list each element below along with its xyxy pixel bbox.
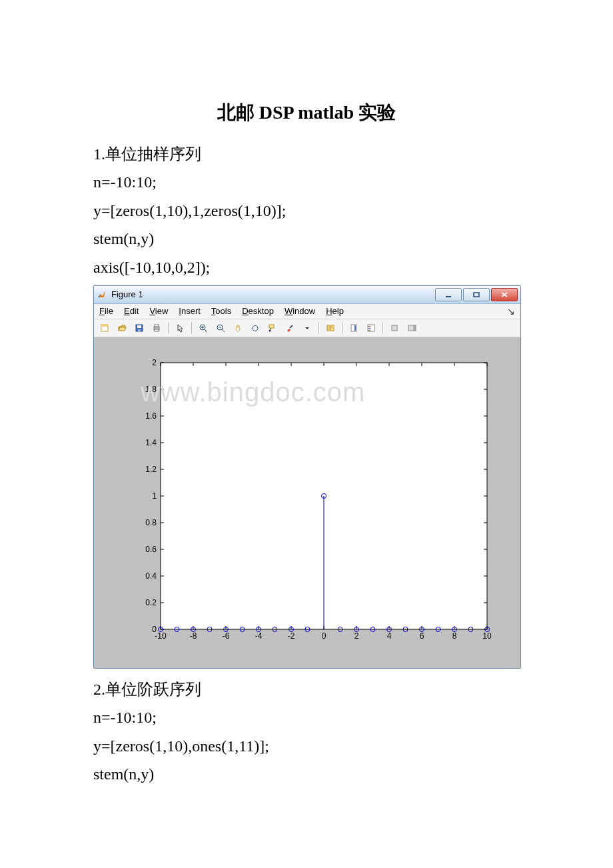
legend-icon[interactable] [363, 321, 379, 335]
body-text: 1.单位抽样序列 n=-10:10; y=[zeros(1,10),1,zero… [93, 141, 520, 280]
new-figure-icon[interactable] [97, 321, 113, 335]
link-icon[interactable] [322, 321, 338, 335]
svg-text:4: 4 [387, 631, 392, 641]
text-line: axis([-10,10,0,2]); [93, 255, 520, 280]
svg-rect-23 [414, 325, 416, 331]
show-plot-tools-icon[interactable] [404, 321, 420, 335]
plot-area[interactable]: www.bingdoc.com 00.20.40.60.811.21.41.61… [94, 337, 520, 668]
svg-rect-3 [101, 325, 108, 327]
text-line: y=[zeros(1,10),ones(1,11)]; [93, 733, 520, 759]
window-title: Figure 1 [111, 289, 434, 299]
svg-rect-20 [368, 330, 370, 331]
menu-desktop[interactable]: Desktop [242, 306, 274, 316]
svg-rect-12 [269, 325, 274, 328]
close-button[interactable] [491, 288, 518, 301]
text-line: stem(n,y) [93, 226, 520, 251]
svg-text:0.8: 0.8 [145, 518, 157, 527]
menu-insert[interactable]: Insert [179, 306, 201, 316]
svg-rect-1 [474, 293, 479, 297]
pan-icon[interactable] [230, 321, 246, 335]
svg-text:1.4: 1.4 [145, 438, 157, 447]
svg-text:6: 6 [420, 631, 424, 641]
svg-text:1.6: 1.6 [145, 411, 157, 421]
svg-text:0: 0 [322, 631, 326, 641]
body-text: 2.单位阶跃序列 n=-10:10; y=[zeros(1,10),ones(1… [93, 677, 520, 787]
pointer-icon[interactable] [172, 321, 188, 335]
svg-text:1.2: 1.2 [145, 465, 157, 474]
svg-text:10: 10 [482, 631, 492, 641]
svg-rect-19 [368, 328, 370, 329]
menu-bar: File Edit View Insert Tools Desktop Wind… [94, 304, 520, 319]
page-title: 北邮 DSP matlab 实验 [93, 100, 520, 125]
save-icon[interactable] [131, 321, 147, 335]
svg-rect-8 [155, 325, 159, 327]
svg-point-13 [269, 329, 271, 331]
stem-chart: 00.20.40.60.811.21.41.61.82-10-8-6-4-202… [114, 349, 500, 656]
text-line: 1.单位抽样序列 [93, 141, 520, 167]
toolbar-separator [168, 322, 169, 334]
dock-icon[interactable]: ↘ [507, 306, 515, 317]
svg-text:2: 2 [152, 358, 157, 367]
svg-rect-16 [354, 325, 356, 331]
colorbar-icon[interactable] [346, 321, 362, 335]
svg-rect-21 [392, 325, 397, 331]
toolbar-separator [318, 322, 319, 334]
text-line: y=[zeros(1,10),1,zeros(1,10)]; [93, 198, 520, 223]
figure-toolbar [94, 319, 520, 337]
toolbar-separator [382, 322, 383, 334]
matlab-icon [97, 289, 107, 300]
dropdown-arrow-icon[interactable] [299, 321, 315, 335]
zoom-in-icon[interactable] [195, 321, 211, 335]
text-line: n=-10:10; [93, 169, 520, 195]
window-titlebar[interactable]: Figure 1 [94, 286, 520, 304]
svg-text:-4: -4 [255, 631, 263, 641]
text-line: n=-10:10; [93, 705, 520, 730]
svg-text:1.8: 1.8 [145, 385, 157, 394]
document-page: 北邮 DSP matlab 实验 1.单位抽样序列 n=-10:10; y=[z… [0, 0, 613, 868]
svg-text:1: 1 [152, 491, 157, 501]
svg-text:-8: -8 [190, 631, 197, 641]
svg-text:0.2: 0.2 [145, 598, 157, 607]
minimize-button[interactable] [435, 288, 462, 301]
toolbar-separator [191, 322, 192, 334]
menu-help[interactable]: Help [326, 306, 344, 316]
svg-rect-18 [368, 326, 370, 327]
open-icon[interactable] [114, 321, 130, 335]
svg-text:2: 2 [354, 631, 359, 641]
svg-text:-6: -6 [223, 631, 230, 641]
menu-view[interactable]: View [149, 306, 168, 316]
menu-tools[interactable]: Tools [211, 306, 231, 316]
menu-edit[interactable]: Edit [124, 306, 139, 316]
svg-rect-5 [137, 325, 141, 328]
zoom-out-icon[interactable] [213, 321, 229, 335]
svg-text:0.6: 0.6 [145, 545, 157, 554]
svg-rect-0 [446, 296, 451, 297]
menu-window[interactable]: Window [285, 306, 315, 316]
print-icon[interactable] [149, 321, 165, 335]
svg-rect-6 [138, 329, 141, 331]
svg-text:-10: -10 [155, 631, 167, 641]
brush-icon[interactable] [282, 321, 298, 335]
matlab-figure-window: Figure 1 File Edit View Insert Tools Des… [93, 285, 521, 669]
svg-rect-22 [408, 325, 414, 331]
rotate-icon[interactable] [247, 321, 263, 335]
maximize-button[interactable] [463, 288, 490, 301]
toolbar-separator [342, 322, 342, 334]
text-line: 2.单位阶跃序列 [93, 677, 520, 702]
hide-plot-tools-icon[interactable] [386, 321, 402, 335]
svg-text:0.4: 0.4 [145, 571, 157, 581]
svg-text:8: 8 [452, 631, 457, 641]
svg-rect-9 [155, 329, 159, 331]
text-line: stem(n,y) [93, 761, 520, 787]
svg-text:-2: -2 [288, 631, 295, 641]
datatip-icon[interactable] [265, 321, 281, 335]
menu-file[interactable]: File [99, 306, 113, 316]
